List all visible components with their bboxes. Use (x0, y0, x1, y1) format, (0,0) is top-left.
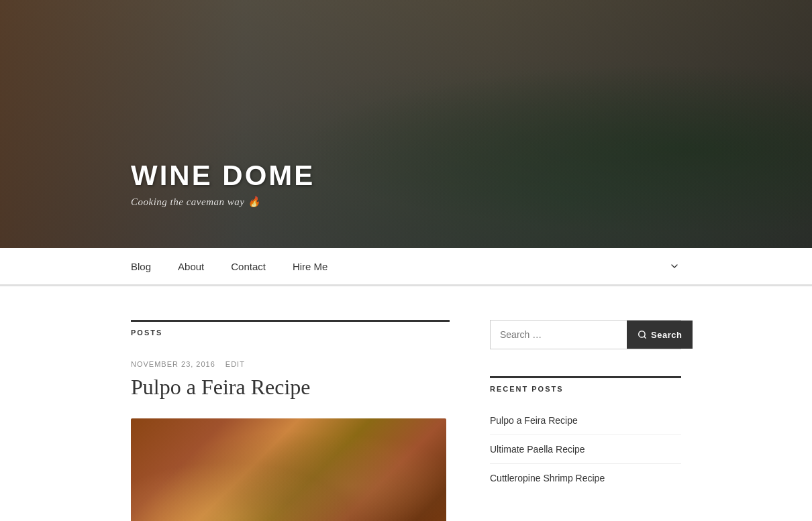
site-title: WINE DOME (131, 160, 315, 192)
recent-posts-list: Pulpo a Feira Recipe Ultimate Paella Rec… (490, 406, 681, 492)
nav-link-hire-me[interactable]: Hire Me (279, 248, 342, 285)
posts-section-label: POSTS (131, 320, 450, 337)
post-title: Pulpo a Feira Recipe (131, 373, 450, 402)
hero-overlay (0, 0, 812, 248)
post-meta: NOVEMBER 23, 2016 EDIT (131, 360, 450, 368)
site-subtitle: Cooking the caveman way 🔥 (131, 196, 315, 208)
post-date: NOVEMBER 23, 2016 (131, 360, 215, 368)
post-edit-link[interactable]: EDIT (225, 360, 245, 368)
nav-link-contact[interactable]: Contact (217, 248, 279, 285)
hero-text-block: WINE DOME Cooking the caveman way 🔥 (131, 160, 315, 208)
list-item: Pulpo a Feira Recipe (490, 406, 681, 435)
search-button-label: Search (651, 330, 682, 340)
list-item: Ultimate Paella Recipe (490, 435, 681, 464)
recent-post-link[interactable]: Cuttleropine Shrimp Recipe (490, 473, 605, 483)
nav-bar: Blog About Contact Hire Me (0, 248, 812, 285)
recent-post-link[interactable]: Ultimate Paella Recipe (490, 444, 585, 455)
main-content: POSTS NOVEMBER 23, 2016 EDIT Pulpo a Fei… (0, 286, 812, 521)
posts-column: POSTS NOVEMBER 23, 2016 EDIT Pulpo a Fei… (131, 320, 450, 521)
sidebar: Search RECENT POSTS Pulpo a Feira Recipe… (490, 320, 681, 521)
scroll-down-button[interactable] (668, 259, 681, 273)
hero-header: WINE DOME Cooking the caveman way 🔥 (0, 0, 812, 248)
search-box: Search (490, 320, 681, 349)
chevron-down-icon (669, 261, 680, 272)
list-item: Cuttleropine Shrimp Recipe (490, 464, 681, 492)
search-input[interactable] (491, 321, 627, 349)
search-button[interactable]: Search (627, 321, 693, 349)
nav-links: Blog About Contact Hire Me (131, 248, 341, 285)
recent-post-link[interactable]: Pulpo a Feira Recipe (490, 415, 578, 426)
post-featured-image (131, 418, 446, 521)
nav-link-blog[interactable]: Blog (131, 248, 164, 285)
recent-posts-title: RECENT POSTS (490, 376, 681, 393)
svg-line-1 (644, 337, 646, 339)
search-icon (638, 330, 647, 339)
nav-link-about[interactable]: About (164, 248, 217, 285)
